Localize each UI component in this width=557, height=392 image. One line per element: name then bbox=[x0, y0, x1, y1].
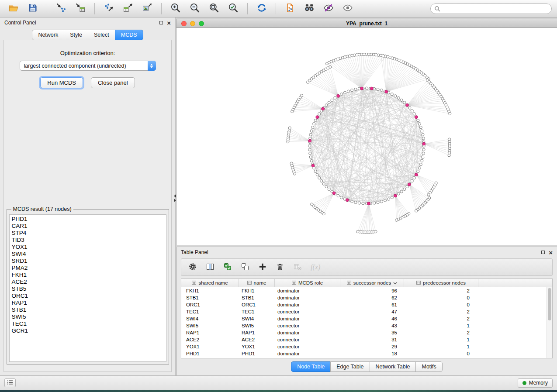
table-row[interactable]: PHD1PHD1dominator180 bbox=[181, 350, 552, 357]
open-folder-icon bbox=[8, 2, 19, 15]
optimization-criterion-select[interactable]: largest connected component (undirected) bbox=[20, 61, 156, 71]
memory-button[interactable]: Memory bbox=[518, 378, 553, 388]
close-panel-icon[interactable]: × bbox=[549, 249, 553, 256]
mcds-result-item[interactable]: SWI5 bbox=[12, 313, 164, 320]
table-row[interactable]: ORC1ORC1dominator610 bbox=[181, 301, 552, 308]
table-row[interactable]: YOX1YOX1connector291 bbox=[181, 343, 552, 350]
function-builder-button[interactable]: f(x) bbox=[311, 261, 320, 273]
apply-layout-button[interactable] bbox=[253, 2, 270, 16]
run-mcds-button[interactable]: Run MCDS bbox=[40, 77, 83, 88]
tab-motifs[interactable]: Motifs bbox=[415, 361, 442, 372]
export-network-icon bbox=[104, 3, 114, 14]
tab-select[interactable]: Select bbox=[88, 30, 115, 40]
network-window-titlebar[interactable]: YPA_prune.txt_1 bbox=[176, 19, 557, 28]
column-header-mcds-role[interactable]: MCDS role bbox=[275, 279, 340, 287]
table-row[interactable]: RAP1RAP1dominator352 bbox=[181, 329, 552, 336]
clear-table-icon bbox=[293, 262, 302, 272]
import-network-button[interactable] bbox=[53, 2, 69, 16]
mcds-result-group: MCDS result (17 nodes) PHD1CAR1STP4TID3Y… bbox=[7, 206, 169, 364]
mcds-result-item[interactable]: STB5 bbox=[12, 285, 164, 292]
export-table-button[interactable] bbox=[120, 2, 136, 16]
mcds-result-item[interactable]: FKH1 bbox=[12, 272, 164, 279]
table-row[interactable]: TEC1TEC1connector472 bbox=[181, 308, 552, 315]
add-row-button[interactable] bbox=[258, 261, 267, 273]
open-session-button[interactable] bbox=[5, 2, 22, 16]
mcds-result-list[interactable]: PHD1CAR1STP4TID3YOX1SWI4SRD1PMA2FKH1ACE2… bbox=[9, 214, 166, 362]
tab-mcds[interactable]: MCDS bbox=[115, 30, 143, 40]
function-builder-icon: f(x) bbox=[311, 263, 320, 271]
mcds-result-item[interactable]: SRD1 bbox=[12, 258, 164, 265]
delete-rows-button[interactable] bbox=[276, 261, 284, 273]
column-visibility-button[interactable] bbox=[206, 261, 214, 273]
scrollbar-thumb[interactable] bbox=[548, 288, 551, 320]
splitter-collapse-icon[interactable] bbox=[174, 194, 176, 202]
mcds-result-item[interactable]: YOX1 bbox=[12, 244, 164, 251]
zoom-out-button[interactable] bbox=[187, 2, 203, 16]
panel-menu-button[interactable] bbox=[4, 378, 16, 387]
first-neighbors-button[interactable] bbox=[301, 2, 318, 16]
column-header-shared-name[interactable]: shared name bbox=[181, 279, 239, 287]
table-row[interactable]: STB1STB1dominator620 bbox=[181, 294, 552, 301]
share-document-button[interactable] bbox=[282, 2, 298, 16]
table-scrollbar[interactable] bbox=[547, 287, 552, 358]
tab-style[interactable]: Style bbox=[64, 30, 88, 40]
mcds-result-item[interactable]: TEC1 bbox=[12, 320, 164, 327]
import-table-button[interactable] bbox=[72, 2, 89, 16]
mcds-result-item[interactable]: TID3 bbox=[12, 237, 164, 244]
zoom-selected-button[interactable] bbox=[225, 2, 242, 16]
close-panel-icon[interactable]: × bbox=[167, 20, 171, 26]
mcds-result-item[interactable]: GCR1 bbox=[12, 327, 164, 334]
table-cell: PHD1 bbox=[239, 351, 275, 356]
network-graph[interactable] bbox=[176, 28, 557, 245]
table-cell: SWI5 bbox=[239, 323, 275, 328]
mcds-result-item[interactable]: RAP1 bbox=[12, 299, 164, 306]
mcds-result-item[interactable]: STP4 bbox=[12, 230, 164, 237]
hide-selected-button[interactable] bbox=[320, 2, 337, 16]
close-window-icon[interactable] bbox=[181, 21, 187, 26]
export-image-button[interactable] bbox=[139, 2, 156, 16]
table-row[interactable]: ACE2ACE2connector311 bbox=[181, 336, 552, 343]
tab-network-table[interactable]: Network Table bbox=[370, 361, 416, 372]
deselect-all-rows-button[interactable] bbox=[241, 261, 249, 273]
vertical-splitter[interactable] bbox=[175, 17, 176, 375]
table-row[interactable]: SWI4SWI4dominator462 bbox=[181, 315, 552, 322]
table-settings-button[interactable] bbox=[188, 261, 197, 273]
tab-node-table[interactable]: Node Table bbox=[291, 361, 331, 372]
search-input[interactable] bbox=[430, 3, 552, 14]
mcds-result-item[interactable]: PHD1 bbox=[12, 216, 164, 223]
select-all-rows-button[interactable] bbox=[223, 261, 232, 273]
mcds-result-item[interactable]: ORC1 bbox=[12, 292, 164, 299]
mcds-result-item[interactable]: SWI4 bbox=[12, 251, 164, 258]
save-session-button[interactable] bbox=[24, 2, 41, 16]
show-all-button[interactable] bbox=[339, 2, 356, 16]
chevron-down-icon[interactable] bbox=[393, 280, 397, 285]
main-area: Control Panel × Network Style Select MCD… bbox=[0, 17, 557, 375]
mcds-result-item[interactable]: STB1 bbox=[12, 306, 164, 313]
column-header-name[interactable]: name bbox=[239, 279, 275, 287]
export-network-button[interactable] bbox=[100, 2, 117, 16]
zoom-fit-button[interactable] bbox=[206, 2, 222, 16]
column-header-successor-nodes[interactable]: successor nodes bbox=[340, 279, 404, 287]
mcds-result-item[interactable]: CAR1 bbox=[12, 223, 164, 230]
table-row[interactable]: FKH1FKH1dominator962 bbox=[181, 287, 552, 294]
float-panel-icon[interactable] bbox=[541, 251, 545, 254]
clear-table-button[interactable] bbox=[293, 261, 302, 273]
table-cell: PHD1 bbox=[181, 351, 239, 356]
table-cell: SWI5 bbox=[181, 323, 239, 328]
float-panel-icon[interactable] bbox=[159, 21, 163, 24]
maximize-window-icon[interactable] bbox=[199, 21, 204, 26]
table-cell: 1 bbox=[404, 344, 478, 349]
network-canvas[interactable] bbox=[176, 28, 557, 245]
tab-edge-table[interactable]: Edge Table bbox=[330, 361, 370, 372]
table-cell: SWI4 bbox=[181, 316, 239, 321]
mcds-result-item[interactable]: PMA2 bbox=[12, 265, 164, 272]
column-header-predecessor-nodes[interactable]: predecessor nodes bbox=[404, 279, 478, 287]
table-cell: connector bbox=[275, 309, 340, 314]
table-row[interactable]: SWI5SWI5connector431 bbox=[181, 322, 552, 329]
zoom-in-button[interactable] bbox=[167, 2, 184, 16]
minimize-window-icon[interactable] bbox=[190, 21, 195, 26]
mcds-result-item[interactable]: ACE2 bbox=[12, 279, 164, 285]
mcds-panel: Optimization criterion: largest connecte… bbox=[3, 40, 172, 372]
close-mcds-panel-button[interactable]: Close panel bbox=[91, 77, 135, 88]
tab-network[interactable]: Network bbox=[32, 30, 64, 40]
